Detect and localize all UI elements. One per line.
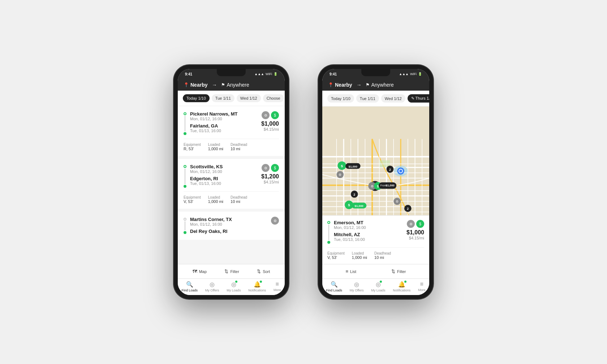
nav-my-loads-2[interactable]: ◎ My Loads — [371, 281, 385, 292]
sort-label-1: Sort — [263, 269, 270, 274]
pin-icon-1: 📍 — [184, 82, 189, 87]
nav-my-loads-1[interactable]: ◎ My Loads — [227, 281, 241, 292]
nav-find-loads-2[interactable]: 🔍 Find Loads — [326, 281, 342, 292]
loaded-detail-1: Loaded 1,000 mi — [208, 143, 223, 151]
wifi-icon-2: WiFi — [410, 72, 417, 76]
nav-more-1[interactable]: ≡ More — [274, 281, 281, 292]
nav-my-offers-1[interactable]: ◎ My Offers — [205, 281, 219, 292]
phone-1: 9:41 ▲▲▲ WiFi 🔋 📍 Nearby → ⚑ Anywhere — [173, 65, 289, 299]
bottom-toolbar-2: ≡ List ⇅ Filter — [322, 264, 429, 278]
bell-icon-2: 🔔 — [398, 281, 405, 288]
tab-tue-2[interactable]: Tue 1/11 — [356, 94, 379, 103]
equip-value-2: V, 53' — [184, 199, 201, 204]
svg-point-36 — [399, 170, 402, 173]
map-container[interactable]: $ $1,000 ⚙ 2 — [322, 107, 429, 264]
tab-choose-1[interactable]: Choose — [263, 94, 284, 102]
tab-tue-1[interactable]: Tue 1/11 — [212, 94, 234, 102]
dot-bottom-2 — [184, 185, 186, 188]
deadhead-value-2: 10 mi — [231, 199, 247, 204]
nav-find-loads-1[interactable]: 🔍 Find Loads — [181, 281, 198, 292]
origin-city-2: Scottsville, KS — [190, 164, 223, 169]
load-icons-3: ⚙ — [271, 217, 279, 225]
dest-label-2: Anywhere — [371, 82, 393, 88]
header-dest-1[interactable]: ⚑ Anywhere — [221, 82, 249, 88]
nav-more-2[interactable]: ≡ More — [418, 281, 426, 292]
tab-today-1[interactable]: Today 1/10 — [183, 94, 210, 102]
map-price: $1,000 — [406, 229, 424, 236]
bottom-toolbar-1: 🗺 Map ⇅ Filter ⇅ Sort — [178, 264, 285, 278]
more-icon-2: ≡ — [420, 281, 423, 287]
tab-today-2[interactable]: Today 1/10 — [327, 94, 354, 103]
map-loaded-value: 1,000 mi — [352, 255, 367, 260]
route-line-container-1: Pickerel Narrows, MT Mon, 01/12, 16:00 F… — [184, 111, 238, 135]
offers-icon-2: ◎ — [354, 281, 359, 288]
dest-time-1: Tue, 01/13, 16:00 — [190, 129, 238, 133]
map-dot-bottom — [327, 241, 330, 244]
load-icons-2: ⚙ $ — [261, 164, 279, 172]
origin-time-1: Mon, 01/12, 16:00 — [190, 117, 238, 121]
sort-button-1[interactable]: ⇅ Sort — [254, 267, 273, 276]
phone-2-inner: 9:41 ▲▲▲ WiFi 🔋 📍 Nearby → ⚑ Anywhere — [322, 69, 429, 295]
header-origin-2[interactable]: 📍 Nearby — [328, 82, 352, 88]
dest-time-2: Tue, 01/13, 16:00 — [190, 181, 223, 186]
nav-my-offers-2[interactable]: ◎ My Offers — [350, 281, 364, 292]
header-dest-2[interactable]: ⚑ Anywhere — [366, 82, 393, 88]
loaded-label-1: Loaded — [208, 143, 223, 147]
flag-icon-2: ⚑ — [366, 82, 370, 87]
route-line-container-3: Martins Corner, TX Mon, 01/12, 16:00 Del… — [184, 217, 232, 234]
nav-notifications-1[interactable]: 🔔 Notifications — [248, 281, 266, 292]
tab-wed-1[interactable]: Wed 1/12 — [237, 94, 261, 102]
dest-city-2: Edgerton, RI — [190, 176, 223, 181]
header-origin-1[interactable]: 📍 Nearby — [184, 82, 207, 88]
svg-text:$: $ — [341, 164, 343, 168]
load-card-3[interactable]: Martins Corner, TX Mon, 01/12, 16:00 Del… — [178, 212, 285, 240]
map-deadhead-detail: Deadhead 10 mi — [374, 251, 391, 260]
map-button-1[interactable]: 🗺 Map — [190, 267, 210, 276]
svg-text:2: 2 — [407, 207, 409, 211]
more-label-2: More — [418, 288, 426, 292]
loaded-detail-2: Loaded 1,000 mi — [208, 195, 223, 204]
map-load-route: Emerson, MT Mon, 01/12, 16:00 Mitchell, … — [334, 220, 366, 244]
sort-icon-1: ⇅ — [257, 269, 261, 274]
deadhead-value-1: 10 mi — [231, 147, 247, 151]
loaded-value-1: 1,000 mi — [208, 147, 223, 151]
svg-text:$1,000: $1,000 — [386, 184, 395, 187]
more-icon-1: ≡ — [276, 281, 279, 287]
list-button-2[interactable]: ≡ List — [343, 267, 359, 276]
dest-city-3: Del Rey Oaks, RI — [190, 229, 232, 234]
more-label-1: More — [274, 288, 281, 292]
filter-button-1[interactable]: ⇅ Filter — [221, 267, 242, 276]
list-icon-2: ≡ — [345, 269, 348, 274]
map-card-header: Emerson, MT Mon, 01/12, 16:00 Mitchell, … — [327, 220, 424, 244]
signal-icon-2: ▲▲▲ — [399, 72, 409, 76]
phone-2: 9:41 ▲▲▲ WiFi 🔋 📍 Nearby → ⚑ Anywhere — [318, 65, 434, 299]
route-line-container-2: Scottsville, KS Mon, 01/12, 16:00 Edgert… — [184, 164, 223, 188]
filter-label-1: Filter — [230, 269, 239, 274]
price-block-1: ⚙ $ $1,000 $4.15/mi — [261, 111, 279, 131]
route-line-2 — [184, 164, 186, 188]
status-icons-1: ▲▲▲ WiFi 🔋 — [254, 72, 277, 76]
origin-city-1: Pickerel Narrows, MT — [190, 111, 238, 117]
map-load-icons: ⚙ $ — [406, 220, 424, 228]
loads-icon-2: ◎ — [376, 281, 381, 288]
line-seg-2 — [185, 169, 185, 184]
load-card-1[interactable]: Pickerel Narrows, MT Mon, 01/12, 16:00 F… — [178, 106, 285, 156]
loaded-label-2: Loaded — [208, 195, 223, 199]
tab-thurs-2[interactable]: ✎ Thurs 1/13 — [408, 94, 429, 103]
load-icons-1: ⚙ $ — [261, 111, 279, 119]
load-list-1[interactable]: Pickerel Narrows, MT Mon, 01/12, 16:00 F… — [178, 106, 285, 264]
map-dest-city: Mitchell, AZ — [334, 232, 366, 237]
filter-button-2[interactable]: ⇅ Filter — [388, 267, 409, 276]
map-deadhead-value: 10 mi — [374, 255, 391, 260]
bottom-nav-1: 🔍 Find Loads ◎ My Offers ◎ My Loads 🔔 No… — [178, 278, 285, 295]
origin-label-2: Nearby — [335, 82, 352, 88]
map-loaded-label: Loaded — [352, 251, 367, 255]
nav-notifications-2[interactable]: 🔔 Notifications — [393, 281, 410, 292]
load-card-2[interactable]: Scottsville, KS Mon, 01/12, 16:00 Edgert… — [178, 159, 285, 209]
map-line-seg — [328, 225, 329, 240]
deadhead-detail-2: Deadhead 10 mi — [231, 195, 247, 204]
tab-wed-2[interactable]: Wed 1/12 — [381, 94, 405, 103]
dest-city-1: Fairland, GA — [190, 123, 238, 129]
status-icons-2: ▲▲▲ WiFi 🔋 — [399, 72, 422, 76]
map-card-overlay[interactable]: Emerson, MT Mon, 01/12, 16:00 Mitchell, … — [322, 215, 429, 264]
